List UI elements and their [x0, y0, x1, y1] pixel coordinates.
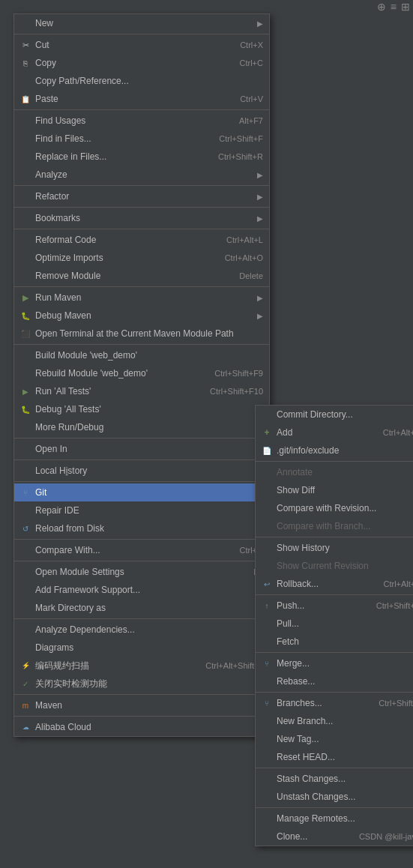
git-show-history[interactable]: Show History: [256, 539, 413, 557]
git-new-tag-label: New Tag...: [277, 734, 413, 744]
git-unstash[interactable]: Unstash Changes...: [256, 788, 413, 806]
more-run-debug-icon: [19, 421, 32, 434]
menu-mark-directory[interactable]: Mark Directory as ▶: [14, 599, 269, 617]
git-annotate-icon: [260, 465, 274, 479]
menu-more-run-debug[interactable]: More Run/Debug ▶: [14, 418, 269, 436]
menu-git[interactable]: ⑂ Git ▶: [14, 483, 269, 501]
git-sep-5: [256, 692, 413, 693]
git-show-current-revision[interactable]: Show Current Revision: [256, 557, 413, 575]
menu-rebuild-module[interactable]: Rebuild Module 'web_demo' Ctrl+Shift+F9: [14, 364, 269, 382]
menu-encode-check[interactable]: ⚡ 编码规约扫描 Ctrl+Alt+Shift+J: [14, 657, 269, 675]
menu-debug-maven[interactable]: 🐛 Debug Maven ▶: [14, 307, 269, 325]
menu-analyze[interactable]: Analyze ▶: [14, 166, 269, 184]
git-show-current-revision-label: Show Current Revision: [277, 561, 413, 571]
sep-8: [14, 438, 269, 438]
sep-2: [14, 109, 269, 110]
menu-add-framework[interactable]: Add Framework Support...: [14, 581, 269, 599]
git-new-tag[interactable]: New Tag...: [256, 730, 413, 748]
menu-open-module-settings-label: Open Module Settings: [35, 567, 238, 577]
menu-analyze-deps[interactable]: Analyze Dependencies...: [14, 621, 269, 639]
open-terminal-icon: ⬛: [19, 327, 32, 340]
menu-realtime-check[interactable]: ✓ 关闭实时检测功能: [14, 675, 269, 693]
git-clone[interactable]: Clone... CSDN @kill-java: [256, 828, 413, 846]
git-annotate[interactable]: Annotate: [256, 463, 413, 481]
menu-local-history[interactable]: Local History ▶: [14, 462, 269, 480]
menu-copy-path-label: Copy Path/Reference...: [35, 76, 263, 86]
menu-maven[interactable]: m Maven ▶: [14, 696, 269, 714]
git-stash[interactable]: Stash Changes...: [256, 770, 413, 788]
git-branches[interactable]: ⑂ Branches... Ctrl+Shift+`: [256, 694, 413, 712]
git-add-icon: +: [260, 426, 274, 439]
menu-run-all-tests[interactable]: ▶ Run 'All Tests' Ctrl+Shift+F10: [14, 382, 269, 400]
git-pull-label: Pull...: [277, 618, 413, 629]
menu-copy-path[interactable]: Copy Path/Reference...: [14, 72, 269, 90]
new-icon: [19, 16, 32, 30]
menu-debug-all-tests[interactable]: 🐛 Debug 'All Tests': [14, 400, 269, 418]
menu-new[interactable]: New ▶: [14, 14, 269, 32]
git-exclude[interactable]: 📄 .git/info/exclude: [256, 441, 413, 459]
menu-open-terminal[interactable]: ⬛ Open Terminal at the Current Maven Mod…: [14, 325, 269, 343]
git-push-label: Push...: [277, 600, 361, 611]
git-show-history-icon: [260, 541, 274, 555]
git-reset-head[interactable]: Reset HEAD...: [256, 748, 413, 766]
analyze-deps-icon: [19, 623, 32, 636]
menu-find-usages-shortcut: Alt+F7: [239, 116, 263, 125]
git-pull[interactable]: Pull...: [256, 615, 413, 633]
git-push-icon: ↑: [260, 599, 274, 612]
menu-run-all-tests-shortcut: Ctrl+Shift+F10: [210, 387, 263, 396]
menu-remove-module[interactable]: Remove Module Delete: [14, 267, 269, 285]
git-new-tag-icon: [260, 732, 274, 746]
git-rebase[interactable]: Rebase...: [256, 672, 413, 690]
alibaba-cloud-icon: ☁: [19, 720, 32, 734]
git-reset-head-label: Reset HEAD...: [277, 752, 413, 762]
menu-cut[interactable]: ✂ Cut Ctrl+X: [14, 36, 269, 54]
menu-find-files[interactable]: Find in Files... Ctrl+Shift+F: [14, 130, 269, 148]
menu-bookmarks[interactable]: Bookmarks ▶: [14, 209, 269, 227]
menu-paste[interactable]: 📋 Paste Ctrl+V: [14, 90, 269, 108]
git-fetch[interactable]: Fetch: [256, 633, 413, 651]
sep-10: [14, 481, 269, 482]
menu-build-module[interactable]: Build Module 'web_demo': [14, 346, 269, 364]
git-show-diff[interactable]: Show Diff: [256, 481, 413, 499]
rebuild-module-icon: [19, 367, 32, 380]
menu-cut-label: Cut: [35, 40, 225, 50]
git-exclude-label: .git/info/exclude: [277, 445, 413, 456]
menu-repair-ide-label: Repair IDE: [35, 505, 263, 516]
menu-refactor[interactable]: Refactor ▶: [14, 187, 269, 205]
replace-files-icon: [19, 150, 32, 163]
menu-git-label: Git: [35, 487, 254, 498]
menu-find-usages-label: Find Usages: [35, 115, 224, 126]
git-merge[interactable]: ⑂ Merge...: [256, 654, 413, 672]
menu-repair-ide[interactable]: Repair IDE: [14, 501, 269, 519]
menu-copy[interactable]: ⎘ Copy Ctrl+C: [14, 54, 269, 72]
menu-alibaba-cloud[interactable]: ☁ Alibaba Cloud ▶: [14, 718, 269, 736]
menu-reload-disk-label: Reload from Disk: [35, 523, 263, 534]
git-compare-branch[interactable]: Compare with Branch...: [256, 517, 413, 535]
menu-run-maven[interactable]: ▶ Run Maven ▶: [14, 289, 269, 307]
menu-optimize[interactable]: Optimize Imports Ctrl+Alt+O: [14, 249, 269, 267]
menu-open-terminal-label: Open Terminal at the Current Maven Modul…: [35, 328, 263, 339]
toolbar-icon-1[interactable]: ⊕: [377, 1, 386, 13]
git-merge-label: Merge...: [277, 658, 413, 669]
git-rollback[interactable]: ↩ Rollback... Ctrl+Alt+Z: [256, 575, 413, 593]
menu-reload-disk[interactable]: ↺ Reload from Disk: [14, 519, 269, 537]
git-add[interactable]: + Add Ctrl+Alt+A: [256, 424, 413, 441]
git-rollback-label: Rollback...: [277, 579, 368, 589]
git-compare-revision[interactable]: Compare with Revision...: [256, 499, 413, 517]
git-new-branch[interactable]: New Branch...: [256, 712, 413, 730]
git-commit-dir[interactable]: Commit Directory...: [256, 406, 413, 424]
git-manage-remotes[interactable]: Manage Remotes...: [256, 810, 413, 828]
toolbar-icon-2[interactable]: ≡: [391, 1, 397, 13]
git-push[interactable]: ↑ Push... Ctrl+Shift+K: [256, 597, 413, 615]
git-merge-icon: ⑂: [260, 657, 274, 670]
menu-diagrams[interactable]: Diagrams ▶: [14, 639, 269, 657]
git-unstash-label: Unstash Changes...: [277, 792, 413, 802]
toolbar-icon-3[interactable]: ⊞: [401, 1, 410, 13]
menu-compare-with[interactable]: Compare With... Ctrl+D: [14, 541, 269, 559]
menu-reformat[interactable]: Reformat Code Ctrl+Alt+L: [14, 231, 269, 249]
menu-replace-files[interactable]: Replace in Files... Ctrl+Shift+R: [14, 148, 269, 166]
menu-find-usages[interactable]: Find Usages Alt+F7: [14, 112, 269, 130]
menu-optimize-label: Optimize Imports: [35, 253, 210, 263]
menu-open-in[interactable]: Open In ▶: [14, 440, 269, 458]
menu-open-module-settings[interactable]: Open Module Settings F4: [14, 563, 269, 581]
